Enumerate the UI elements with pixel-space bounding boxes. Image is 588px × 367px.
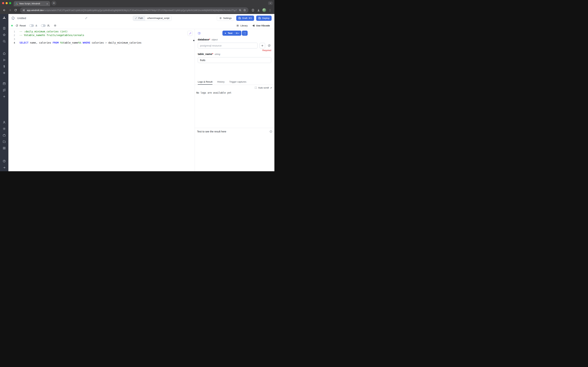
magic-wand-icon xyxy=(189,32,192,35)
expand-logs-icon[interactable] xyxy=(255,87,257,89)
path-edit-segment[interactable]: Path xyxy=(133,16,145,21)
tab-history[interactable]: History xyxy=(217,81,225,85)
code-line[interactable]: 4SELECT name, calories FROM %%table_name… xyxy=(8,41,195,45)
close-window-button[interactable] xyxy=(2,2,4,4)
sidebar-item-plus[interactable] xyxy=(3,95,6,98)
sidebar-item-search[interactable] xyxy=(3,40,6,43)
sidebar-item-dollar[interactable] xyxy=(3,65,6,68)
code-line[interactable]: 2-- %%table_name%% fruits/vegetables/cer… xyxy=(8,33,195,37)
minimize-window-button[interactable] xyxy=(6,2,8,4)
downloads-button[interactable] xyxy=(256,8,261,13)
sidebar-item-grid[interactable] xyxy=(3,147,6,150)
close-tab-icon[interactable]: × xyxy=(46,2,48,5)
forward-button[interactable] xyxy=(7,8,13,13)
zoom-icon[interactable] xyxy=(239,9,242,12)
tab-search-button[interactable] xyxy=(268,1,273,5)
play-icon xyxy=(3,58,6,62)
refresh-icon xyxy=(268,44,270,47)
sidebar-item-asterisk[interactable] xyxy=(3,71,6,75)
reload-icon xyxy=(14,9,17,12)
app-sidebar xyxy=(0,14,8,171)
tab-title: New Script | Windmill xyxy=(19,2,45,5)
field-name: database* xyxy=(198,38,210,41)
edit-title-icon[interactable] xyxy=(85,17,87,19)
plus-icon xyxy=(261,44,264,47)
tab-logs-result[interactable]: Logs & Result xyxy=(198,81,212,85)
path-selector[interactable]: Path u/henri/magical_script xyxy=(133,16,172,21)
toggle-knob xyxy=(41,25,43,27)
script-title-input[interactable]: Untitled xyxy=(17,17,26,20)
line-number: 3 xyxy=(8,37,15,41)
bookmark-icon[interactable] xyxy=(243,9,246,12)
sidebar-item-arrowright[interactable] xyxy=(3,166,6,169)
plus-icon xyxy=(3,95,6,98)
code-line[interactable]: 3 xyxy=(8,37,195,41)
sidebar-item-route[interactable] xyxy=(3,89,6,92)
sidebar-item-folder[interactable] xyxy=(3,140,6,143)
windmill-favicon-icon xyxy=(15,2,18,5)
windmill-logo[interactable] xyxy=(2,16,6,20)
url-path: /scripts/add#JTdCJTIyaGFzaCUyMiUzQSUyMiU… xyxy=(43,9,237,12)
reset-icon xyxy=(16,24,18,27)
sidebar-item-user[interactable] xyxy=(3,121,6,124)
toggle-knob xyxy=(30,25,32,27)
sidebar-item-home[interactable] xyxy=(3,52,6,55)
table-name-input[interactable] xyxy=(198,57,271,63)
site-settings-icon[interactable] xyxy=(22,9,25,12)
extensions-button[interactable] xyxy=(250,8,255,13)
diff-toggle[interactable] xyxy=(29,24,34,27)
zoom-window-button[interactable] xyxy=(9,2,11,4)
library-button[interactable]: Library xyxy=(236,24,248,27)
expand-test-button[interactable] xyxy=(242,31,248,36)
asterisk-icon xyxy=(3,71,6,75)
play-icon xyxy=(224,32,227,34)
new-tab-button[interactable]: + xyxy=(51,1,56,6)
scrollbar-mark xyxy=(193,40,194,41)
test-button[interactable]: Test ⌘↵ xyxy=(222,31,241,36)
ai-assistant-button[interactable] xyxy=(187,31,193,36)
use-vscode-button[interactable]: Use VScode xyxy=(252,24,270,27)
sidebar-item-apps[interactable] xyxy=(3,27,6,30)
sidebar-item-calendar[interactable] xyxy=(3,82,6,85)
path-value: u/henri/magical_script xyxy=(145,16,171,21)
code-editor[interactable]: 1-- :daily_minimum_calories (int)2-- %%t… xyxy=(8,29,195,171)
diff-icon: ± xyxy=(35,24,37,27)
reload-button[interactable] xyxy=(13,8,18,13)
browser-toolbar: app.windmill.dev/scripts/add#JTdCJTIyaGF… xyxy=(0,6,274,14)
back-button[interactable] xyxy=(2,8,7,13)
code-line[interactable]: 1-- :daily_minimum_calories (int) xyxy=(8,30,195,33)
refresh-resources-button[interactable] xyxy=(267,43,271,48)
collapse-panel-icon[interactable] xyxy=(198,32,201,35)
url-bar[interactable]: app.windmill.dev/scripts/add#JTdCJTIyaGF… xyxy=(20,7,249,13)
editor-settings-icon[interactable] xyxy=(54,24,57,27)
sidebar-item-star[interactable] xyxy=(3,33,6,36)
browser-tab[interactable]: New Script | Windmill × xyxy=(14,1,50,6)
database-input[interactable] xyxy=(198,43,258,49)
multiplayer-icon[interactable] xyxy=(47,24,50,27)
sidebar-item-play[interactable] xyxy=(3,58,6,62)
sidebar-item-briefcase[interactable] xyxy=(3,134,6,137)
tab-trigger-captures[interactable]: Trigger captures xyxy=(229,81,246,85)
deploy-button[interactable]: Deploy xyxy=(256,16,272,21)
postgresql-icon xyxy=(11,16,15,20)
url-domain: app.windmill.dev xyxy=(27,9,43,12)
profile-avatar[interactable] xyxy=(262,8,266,12)
browser-menu-button[interactable]: ⋮ xyxy=(267,8,273,13)
sidebar-item-help[interactable] xyxy=(3,159,6,163)
settings-button[interactable]: Settings xyxy=(217,16,234,21)
reset-button[interactable]: Reset xyxy=(16,24,26,27)
add-resource-button[interactable] xyxy=(260,43,265,49)
auto-scroll-label[interactable]: Auto scroll xyxy=(258,86,269,89)
field-label-table-name: table_name* string xyxy=(198,52,271,56)
draft-button[interactable]: Draft ⌘S xyxy=(236,16,254,21)
vscode-icon xyxy=(252,24,255,27)
home-icon xyxy=(3,52,6,55)
line-number: 4 xyxy=(8,41,15,45)
sidebar-nav-top xyxy=(3,20,6,98)
library-icon xyxy=(236,24,239,27)
fullscreen-icon xyxy=(244,32,246,34)
result-placeholder: Test to see the result here xyxy=(197,130,226,133)
multiplayer-toggle[interactable] xyxy=(41,24,46,27)
sidebar-item-gear[interactable] xyxy=(3,127,6,130)
test-button-group: Test ⌘↵ xyxy=(222,31,248,36)
